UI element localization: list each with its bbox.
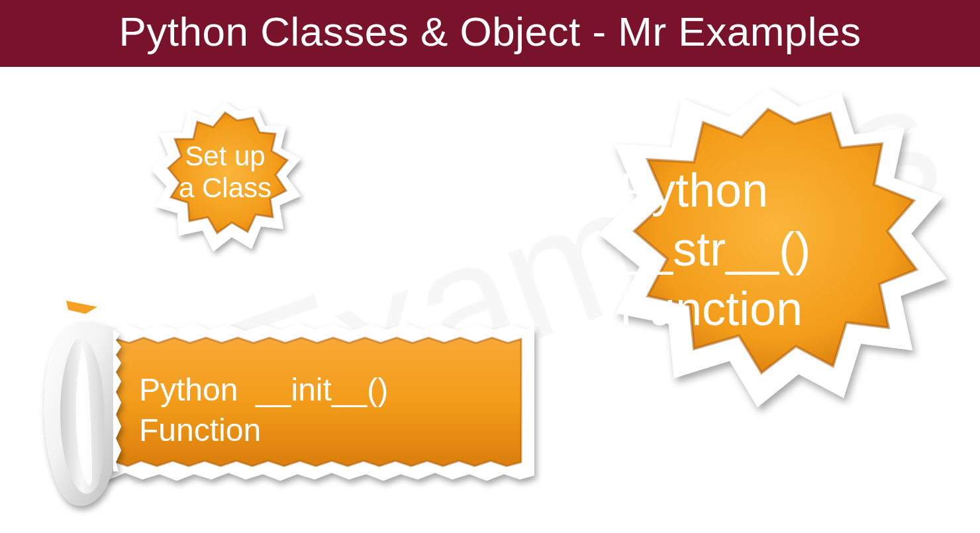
setup-class-badge: Set up a Class (139, 98, 311, 270)
init-function-panel: Python __init__() Function (17, 291, 560, 516)
setup-class-label: Set up a Class (139, 140, 311, 205)
page-title: Python Classes & Object - Mr Examples (0, 0, 980, 67)
init-function-label: Python __init__() Function (139, 369, 388, 451)
str-function-label: Python __str__() Function (620, 161, 911, 338)
str-function-badge: Python __str__() Function (583, 83, 954, 454)
